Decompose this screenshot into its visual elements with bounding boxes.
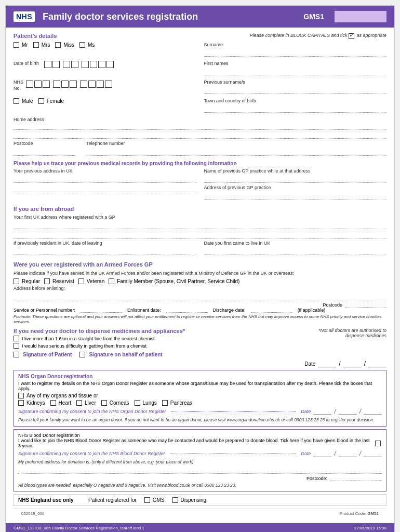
organ-date-day[interactable]	[313, 408, 331, 415]
discharge-input[interactable]	[251, 312, 292, 313]
address-enlisting-input[interactable]	[14, 293, 386, 300]
male-checkbox[interactable]	[14, 98, 19, 104]
liver-checkbox[interactable]	[76, 400, 82, 406]
prev-resident-dates-row: If previously resident in UK, date of le…	[14, 241, 386, 257]
nhs-box-3[interactable]	[43, 81, 50, 88]
nhs-box-2[interactable]	[34, 81, 42, 88]
dob-box-1[interactable]	[44, 61, 51, 68]
armed-forces-section: Were you ever registered with an Armed F…	[14, 261, 386, 325]
dob-box-5[interactable]	[82, 61, 89, 68]
postcode-armed-input[interactable]	[345, 302, 386, 308]
if-applicable-label: (if applicable)	[298, 308, 326, 313]
pancreas-checkbox[interactable]	[162, 400, 168, 406]
male-label: Male	[22, 98, 33, 104]
organ-donor-description: I want to register my details on the NHS…	[18, 381, 382, 391]
nhs-box-9[interactable]	[97, 81, 104, 88]
blood-date-year[interactable]	[364, 450, 382, 457]
enlistment-input[interactable]	[166, 312, 208, 313]
nhs-box-6[interactable]	[70, 81, 77, 88]
nhs-box-5[interactable]	[61, 81, 69, 88]
kidneys-checkbox[interactable]	[18, 400, 24, 406]
family-member-checkbox[interactable]	[109, 278, 114, 284]
date-label: Date	[304, 361, 315, 367]
prev-address-input[interactable]	[14, 176, 196, 183]
prev-gp-address-input[interactable]	[204, 192, 387, 200]
veteran-checkbox[interactable]	[78, 278, 84, 284]
regular-checkbox[interactable]	[14, 278, 19, 284]
service-number-input[interactable]	[81, 312, 122, 313]
prev-surname-col: Previous surname/s	[204, 79, 387, 96]
organ-date-year[interactable]	[364, 408, 382, 415]
postcode-blood-input[interactable]	[330, 476, 382, 481]
miss-checkbox[interactable]	[55, 42, 61, 48]
phone-input[interactable]	[86, 149, 386, 156]
nhs-box-4[interactable]	[53, 81, 60, 88]
dob-box-2[interactable]	[52, 61, 60, 68]
first-uk-address-input2[interactable]	[14, 231, 386, 238]
prev-address-input2[interactable]	[14, 185, 196, 192]
dob-box-6[interactable]	[90, 61, 97, 68]
dob-box-7[interactable]	[98, 61, 105, 68]
gms-checkbox[interactable]	[144, 497, 150, 503]
blood-date-row: Date / /	[301, 450, 382, 457]
blood-donor-title: NHS Blood Donor registration	[18, 433, 382, 438]
dob-boxes	[44, 61, 114, 68]
nhs-box-8[interactable]	[88, 81, 96, 88]
dob-box-4[interactable]	[71, 61, 78, 68]
blood-sig-input[interactable]	[170, 454, 296, 454]
home-address-label: Home address	[14, 117, 386, 122]
date-box-month[interactable]	[343, 360, 362, 367]
prev-records-title: Please help us trace your previous medic…	[14, 161, 386, 166]
date-box-year[interactable]	[368, 360, 386, 367]
postcode-input[interactable]	[14, 149, 76, 156]
organ-donor-section: NHS Organ Donor registration I want to r…	[14, 370, 386, 427]
dispensing-checkbox[interactable]	[172, 497, 178, 503]
ms-checkbox[interactable]	[79, 42, 85, 48]
blood-date-month[interactable]	[339, 450, 357, 457]
prev-surname-input[interactable]	[204, 87, 387, 94]
reservist-checkbox[interactable]	[44, 278, 50, 284]
organ-sig-input[interactable]	[171, 411, 296, 412]
armed-forces-description: Please indicate if you have served in th…	[14, 270, 386, 277]
home-address-line2[interactable]	[14, 131, 386, 139]
nhs-box-7[interactable]	[80, 81, 87, 88]
nhs-label: NHS No.	[14, 79, 23, 91]
mr-checkbox[interactable]	[14, 42, 19, 48]
surname-input[interactable]	[204, 49, 387, 57]
heart-checkbox[interactable]	[50, 400, 56, 406]
medicine-checkbox1[interactable]	[14, 336, 19, 341]
town-input[interactable]	[204, 105, 387, 113]
corneas-checkbox[interactable]	[101, 400, 107, 406]
first-uk-address-input[interactable]	[14, 222, 386, 229]
any-organs-checkbox[interactable]	[18, 393, 24, 398]
behalf-sig-checkbox[interactable]	[79, 352, 85, 357]
female-label: Female	[47, 98, 64, 104]
medicine-checkbox2[interactable]	[14, 343, 19, 349]
date-leaving-input[interactable]	[14, 248, 196, 255]
home-address-line1[interactable]	[14, 123, 386, 130]
lungs-checkbox[interactable]	[135, 400, 140, 406]
date-box-day[interactable]	[318, 360, 336, 367]
gms-input-box[interactable]	[335, 11, 386, 22]
nhs-box-1[interactable]	[26, 81, 33, 88]
dob-box-8[interactable]	[106, 61, 114, 68]
postcode-label-armed: Postcode	[323, 302, 342, 308]
date-first-came-input[interactable]	[204, 248, 387, 255]
date-first-came-label: Date you first came to live in UK	[204, 241, 387, 246]
patient-sig-checkbox[interactable]	[14, 352, 19, 357]
prev-gp-name-input[interactable]	[204, 176, 387, 183]
any-organs-row: Any of my organs and tissue or	[18, 393, 382, 398]
first-names-input[interactable]	[204, 68, 387, 75]
personnel-row: Service or Personnel number: Enlistment …	[14, 308, 386, 313]
preferred-address-input[interactable]	[18, 467, 382, 474]
female-checkbox[interactable]	[38, 98, 44, 104]
dob-box-3[interactable]	[63, 61, 70, 68]
dispensing-label: Dispensing	[181, 497, 206, 503]
blood-date-day[interactable]	[313, 450, 331, 457]
blood-given-checkbox[interactable]	[375, 441, 381, 446]
mrs-checkbox[interactable]	[33, 42, 39, 48]
town-label: Town and country of birth	[204, 98, 387, 103]
nhs-box-10[interactable]	[105, 81, 112, 88]
organ-date-month[interactable]	[339, 408, 357, 415]
organ-donor-italic: Please tell your family you want to be a…	[18, 417, 382, 423]
